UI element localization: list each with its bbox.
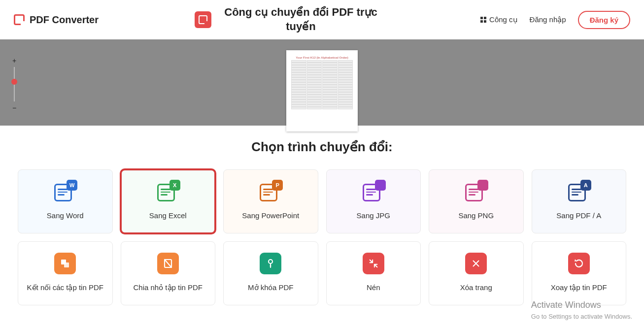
header: PDF Converter Công cụ chuyển đổi PDF trự… xyxy=(0,0,644,39)
split-icon xyxy=(157,253,179,274)
action-card-rotate[interactable]: Xoay tập tin PDF xyxy=(532,241,627,305)
card-label: Sang PNG xyxy=(458,211,494,220)
card-label: Xóa trang xyxy=(460,283,492,292)
card-label: Sang JPG xyxy=(357,211,390,220)
nav: Công cụ Đăng nhập Đăng ký xyxy=(480,11,630,29)
zoom-slider[interactable] xyxy=(14,67,15,101)
grid-icon xyxy=(480,17,486,23)
document-icon xyxy=(465,181,487,202)
card-label: Nén xyxy=(367,283,380,292)
card-label: Sang Word xyxy=(47,211,84,220)
document-icon: A xyxy=(568,181,590,202)
action-card-unlock[interactable]: Mở khóa PDF xyxy=(223,241,318,305)
zoom-in-button[interactable]: + xyxy=(11,57,18,64)
action-card-merge[interactable]: Kết nối các tập tin PDF xyxy=(18,241,113,305)
unlock-icon xyxy=(260,253,281,274)
converter-card-green[interactable]: XSang Excel xyxy=(121,169,216,233)
compress-icon xyxy=(363,253,384,274)
brand-icon xyxy=(14,14,25,25)
tools-grid: WSang WordXSang ExcelPSang PowerPointSan… xyxy=(0,169,644,315)
card-label: Sang PowerPoint xyxy=(242,211,299,220)
document-thumbnail[interactable]: Your First K12 (In Alphabetical Order) xyxy=(286,50,358,131)
brand-text: PDF Converter xyxy=(30,14,99,26)
brand[interactable]: PDF Converter xyxy=(14,14,99,26)
document-icon: X xyxy=(157,181,179,202)
document-icon: P xyxy=(260,181,281,202)
zoom-out-button[interactable]: − xyxy=(11,104,18,111)
svg-point-4 xyxy=(269,260,272,263)
svg-line-3 xyxy=(165,260,171,267)
card-label: Kết nối các tập tin PDF xyxy=(27,283,103,292)
page-title-group: Công cụ chuyển đổi PDF trực tuyến xyxy=(99,5,480,33)
page-title: Công cụ chuyển đổi PDF trực tuyến xyxy=(217,5,385,33)
signup-button[interactable]: Đăng ký xyxy=(578,11,630,29)
merge-icon xyxy=(54,253,76,274)
svg-rect-1 xyxy=(64,262,69,267)
card-label: Mở khóa PDF xyxy=(248,283,293,292)
card-label: Xoay tập tin PDF xyxy=(551,283,607,292)
converter-card-pink[interactable]: Sang PNG xyxy=(429,169,524,233)
rotate-icon xyxy=(568,253,590,274)
converter-card-purple[interactable]: Sang JPG xyxy=(326,169,421,233)
converter-card-blue[interactable]: WSang Word xyxy=(18,169,113,233)
doc-thumb-heading: Your First K12 (In Alphabetical Order) xyxy=(291,56,353,59)
section-title: Chọn trình chuyển đổi: xyxy=(0,139,644,155)
document-icon: W xyxy=(54,181,76,202)
nav-tools[interactable]: Công cụ xyxy=(480,15,518,24)
card-label: Sang PDF / A xyxy=(556,211,601,220)
nav-tools-label: Công cụ xyxy=(489,15,518,24)
converter-card-navy[interactable]: ASang PDF / A xyxy=(532,169,627,233)
delete-icon xyxy=(465,253,487,274)
action-card-split[interactable]: Chia nhỏ tập tin PDF xyxy=(121,241,216,305)
card-label: Chia nhỏ tập tin PDF xyxy=(133,283,203,292)
action-card-compress[interactable]: Nén xyxy=(326,241,421,305)
converter-card-orange[interactable]: PSang PowerPoint xyxy=(223,169,318,233)
document-icon xyxy=(363,181,384,202)
action-card-delete[interactable]: Xóa trang xyxy=(429,241,524,305)
zoom-handle[interactable] xyxy=(11,79,17,85)
svg-point-6 xyxy=(270,265,271,267)
document-preview: + − Your First K12 (In Alphabetical Orde… xyxy=(0,39,644,126)
zoom-control: + − xyxy=(11,57,18,111)
card-label: Sang Excel xyxy=(149,211,187,220)
nav-login[interactable]: Đăng nhập xyxy=(530,15,566,24)
app-badge-icon xyxy=(195,11,211,28)
